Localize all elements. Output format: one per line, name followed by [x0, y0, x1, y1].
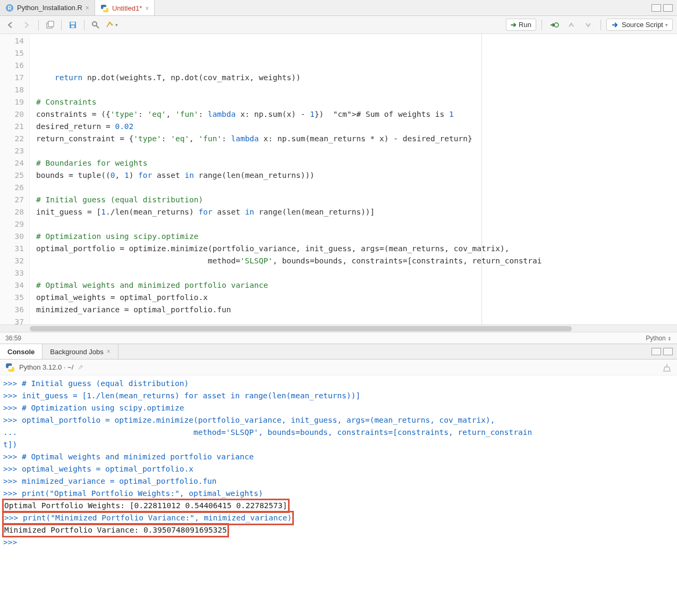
console-header: Python 3.12.0 · ~/ ⇗ [0, 360, 677, 375]
go-to-next-section-button[interactable] [581, 18, 595, 32]
tab-label: Python_Installation.R [17, 4, 82, 12]
source-icon [611, 21, 620, 29]
code-area[interactable]: return np.dot(weights.T, np.dot(cov_matr… [30, 34, 677, 324]
clear-console-button[interactable] [662, 363, 672, 372]
close-icon[interactable]: × [86, 4, 89, 12]
minimize-pane-icon[interactable] [651, 4, 661, 12]
svg-line-8 [96, 25, 99, 28]
nav-back-button[interactable] [4, 18, 18, 32]
svg-rect-5 [71, 22, 75, 24]
save-button[interactable] [66, 18, 80, 32]
window-controls [651, 344, 677, 359]
run-button[interactable]: ➔ Run [506, 19, 536, 31]
editor-toolbar: ▾ ➔ Run Source Script ▾ [0, 16, 677, 34]
separator [38, 20, 39, 30]
window-controls [651, 0, 677, 15]
run-icon: ➔ [511, 21, 517, 29]
open-folder-icon[interactable]: ⇗ [78, 363, 83, 371]
language-selector[interactable]: Python ⇕ [646, 335, 672, 342]
tab-label: Console [7, 348, 35, 356]
svg-text:R: R [7, 5, 12, 11]
file-tab-bar: R Python_Installation.R × Untitled1* × [0, 0, 677, 16]
horizontal-scrollbar[interactable] [0, 324, 677, 332]
line-gutter: 1415161718192021222324252627282930313233… [0, 34, 30, 324]
svg-rect-3 [48, 21, 54, 27]
tab-label: Background Jobs [50, 348, 103, 356]
close-icon[interactable]: × [145, 5, 149, 12]
highlighted-output: Minimized Portfolio Variance: 0.39507480… [3, 524, 674, 536]
run-label: Run [519, 21, 531, 29]
python-icon [5, 363, 15, 372]
source-script-button[interactable]: Source Script ▾ [606, 19, 673, 31]
minimize-pane-icon[interactable] [651, 348, 661, 355]
show-in-new-window-button[interactable] [43, 18, 57, 32]
python-file-icon [100, 4, 109, 13]
console-tab-bar: Console Background Jobs × [0, 344, 677, 360]
svg-rect-6 [71, 25, 74, 28]
source-label: Source Script [622, 21, 663, 29]
editor-status-bar: 36:59 Python ⇕ [0, 332, 677, 344]
separator [541, 20, 542, 30]
console-title: Python 3.12.0 · ~/ [19, 363, 73, 371]
file-tab-active[interactable]: Untitled1* × [95, 0, 155, 15]
margin-line [481, 34, 482, 324]
background-jobs-tab[interactable]: Background Jobs × [43, 344, 118, 359]
rerun-button[interactable] [547, 18, 561, 32]
tab-label: Untitled1* [112, 4, 142, 12]
code-editor[interactable]: 1415161718192021222324252627282930313233… [0, 34, 677, 324]
maximize-pane-icon[interactable] [663, 4, 673, 12]
separator [61, 20, 62, 30]
scrollbar-thumb[interactable] [30, 326, 572, 331]
console-tab[interactable]: Console [0, 344, 43, 359]
separator [84, 20, 84, 30]
close-icon[interactable]: × [107, 348, 111, 355]
chevron-down-icon: ▾ [665, 22, 668, 28]
separator [600, 20, 601, 30]
file-tab[interactable]: R Python_Installation.R × [0, 0, 95, 15]
svg-point-7 [92, 22, 97, 26]
highlighted-output: Optimal Portfolio Weights: [0.22811012 0… [3, 500, 674, 512]
maximize-pane-icon[interactable] [663, 348, 673, 355]
console-output[interactable]: >>> # Initial guess (equal distribution)… [0, 375, 677, 556]
cursor-position: 36:59 [5, 335, 21, 342]
code-tools-button[interactable]: ▾ [105, 18, 119, 32]
r-file-icon: R [5, 4, 14, 12]
find-button[interactable] [89, 18, 103, 32]
nav-forward-button[interactable] [20, 18, 34, 32]
go-to-prev-section-button[interactable] [564, 18, 578, 32]
